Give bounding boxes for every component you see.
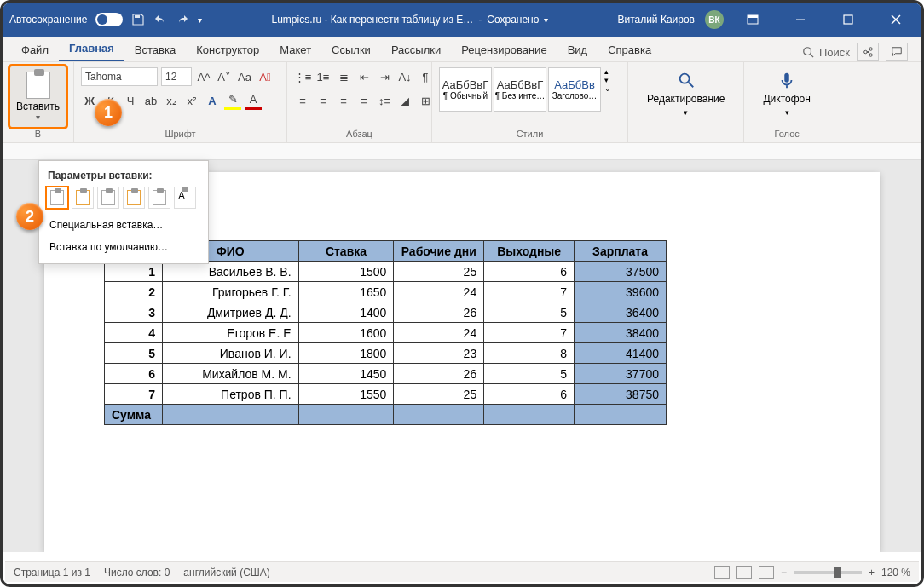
minimize-button[interactable] xyxy=(782,7,819,32)
autosave-toggle[interactable] xyxy=(95,13,123,26)
borders-icon[interactable]: ⊞ xyxy=(417,91,434,110)
strikethrough-button[interactable]: ab xyxy=(142,91,159,110)
svg-point-12 xyxy=(679,74,689,83)
word-count[interactable]: Число слов: 0 xyxy=(104,567,170,578)
bullets-icon[interactable]: ⋮≡ xyxy=(294,67,311,86)
ribbon-tabs: Файл Главная Вставка Конструктор Макет С… xyxy=(3,37,921,62)
paragraph-group-label: Абзац xyxy=(294,129,424,141)
ruler xyxy=(3,143,921,160)
show-marks-icon[interactable]: ¶ xyxy=(417,67,434,86)
zoom-slider[interactable] xyxy=(794,571,862,574)
zoom-in-button[interactable]: + xyxy=(869,567,875,578)
cell-days: 26 xyxy=(394,364,484,384)
sort-icon[interactable]: A↓ xyxy=(396,67,413,86)
increase-indent-icon[interactable]: ⇥ xyxy=(376,67,393,86)
decrease-font-icon[interactable]: A˅ xyxy=(216,67,233,86)
table-row: 5 Иванов И. И. 1800 23 8 41400 xyxy=(105,343,667,364)
align-center-icon[interactable]: ≡ xyxy=(315,91,332,110)
print-layout-icon[interactable] xyxy=(736,566,752,579)
tab-insert[interactable]: Вставка xyxy=(124,38,186,61)
styles-gallery-expand[interactable]: ▴▾⌄ xyxy=(603,67,611,93)
tab-view[interactable]: Вид xyxy=(557,38,598,61)
paste-keep-source-formatting[interactable] xyxy=(46,187,68,209)
tab-design[interactable]: Конструктор xyxy=(186,38,269,61)
zoom-out-button[interactable]: − xyxy=(781,567,787,578)
comments-button[interactable] xyxy=(886,43,908,61)
ribbon-display-icon[interactable] xyxy=(734,7,771,32)
share-button[interactable] xyxy=(857,43,879,61)
cell-num: 6 xyxy=(105,364,163,384)
header-off: Выходные xyxy=(484,241,575,262)
clipboard-group-label: В xyxy=(9,129,66,141)
align-right-icon[interactable]: ≡ xyxy=(335,91,352,110)
undo-icon[interactable] xyxy=(153,13,167,26)
style-no-spacing[interactable]: АаБбВвГ¶ Без инте… xyxy=(494,67,546,112)
redo-icon[interactable] xyxy=(176,13,189,26)
cell-name: Иванов И. И. xyxy=(162,343,298,364)
paste-special-menuitem[interactable]: Специальная вставка… xyxy=(39,214,208,236)
sum-label: Сумма xyxy=(105,405,163,425)
font-group-label: Шрифт xyxy=(81,129,280,141)
paste-use-destination-styles[interactable] xyxy=(72,187,94,209)
set-default-paste-menuitem[interactable]: Вставка по умолчанию… xyxy=(39,236,208,258)
paste-text-only[interactable]: A xyxy=(174,187,196,209)
cell-name: Петров П. П. xyxy=(162,384,298,405)
cell-name: Григорьев Г. Г. xyxy=(162,282,298,302)
avatar[interactable]: ВК xyxy=(705,10,724,29)
user-name[interactable]: Виталий Каиров xyxy=(617,14,695,26)
read-mode-icon[interactable] xyxy=(714,566,730,579)
tab-review[interactable]: Рецензирование xyxy=(451,38,557,61)
cell-num: 7 xyxy=(105,384,163,405)
dictate-button[interactable]: Диктофон ▾ xyxy=(751,66,822,122)
svg-rect-0 xyxy=(135,15,140,18)
change-case-icon[interactable]: Aa xyxy=(236,67,253,86)
cell-rate: 1550 xyxy=(298,384,394,405)
tab-home[interactable]: Главная xyxy=(59,37,124,61)
tab-mailings[interactable]: Рассылки xyxy=(381,38,451,61)
table-row: 1 Васильев В. В. 1500 25 6 37500 xyxy=(105,262,667,282)
page-indicator[interactable]: Страница 1 из 1 xyxy=(14,567,90,578)
editing-button[interactable]: Редактирование ▾ xyxy=(635,66,736,122)
clear-formatting-icon[interactable]: A⃠ xyxy=(257,67,274,86)
tab-references[interactable]: Ссылки xyxy=(321,38,381,61)
font-size-select[interactable]: 12 xyxy=(161,67,192,86)
underline-button[interactable]: Ч xyxy=(122,91,139,110)
subscript-button[interactable]: x₂ xyxy=(163,91,180,110)
voice-group-label: Голос xyxy=(751,129,822,141)
search-box[interactable]: Поиск xyxy=(802,46,850,59)
decrease-indent-icon[interactable]: ⇤ xyxy=(355,67,372,86)
cell-name: Михайлов М. М. xyxy=(162,364,298,384)
tab-file[interactable]: Файл xyxy=(11,38,59,61)
table-row: 7 Петров П. П. 1550 25 6 38750 xyxy=(105,384,667,405)
document-title: Lumpics.ru - Как перенести таблицу из E… xyxy=(271,14,473,26)
superscript-button[interactable]: x² xyxy=(183,91,200,110)
justify-icon[interactable]: ≡ xyxy=(355,91,372,110)
style-heading1[interactable]: АаБбВвЗаголово… xyxy=(548,67,601,112)
multilevel-icon[interactable]: ≣ xyxy=(335,67,352,86)
paste-button[interactable]: Вставить ▾ xyxy=(9,66,66,128)
paste-picture[interactable] xyxy=(148,187,170,209)
web-layout-icon[interactable] xyxy=(759,566,774,579)
tab-help[interactable]: Справка xyxy=(598,38,661,61)
zoom-level[interactable]: 120 % xyxy=(881,567,910,578)
save-icon[interactable] xyxy=(131,13,145,26)
cell-rate: 1400 xyxy=(298,302,394,323)
paste-link-keep-formatting[interactable] xyxy=(97,187,119,209)
style-normal[interactable]: АаБбВвГ¶ Обычный xyxy=(439,67,492,112)
increase-font-icon[interactable]: A^ xyxy=(195,67,212,86)
text-effects-icon[interactable]: A xyxy=(204,91,221,110)
maximize-button[interactable] xyxy=(829,7,867,32)
font-name-select[interactable]: Tahoma xyxy=(81,67,158,86)
highlight-icon[interactable]: ✎ xyxy=(224,91,241,110)
tab-layout[interactable]: Макет xyxy=(269,38,321,61)
shading-icon[interactable]: ◢ xyxy=(396,91,413,110)
close-button[interactable] xyxy=(877,7,915,32)
line-spacing-icon[interactable]: ↕≡ xyxy=(376,91,393,110)
font-color-icon[interactable]: A xyxy=(245,91,262,110)
align-left-icon[interactable]: ≡ xyxy=(294,91,311,110)
paste-link-use-destination[interactable] xyxy=(123,187,145,209)
numbering-icon[interactable]: 1≡ xyxy=(315,67,332,86)
language-indicator[interactable]: английский (США) xyxy=(183,567,269,578)
svg-line-13 xyxy=(688,83,693,88)
cell-num: 2 xyxy=(105,282,163,302)
